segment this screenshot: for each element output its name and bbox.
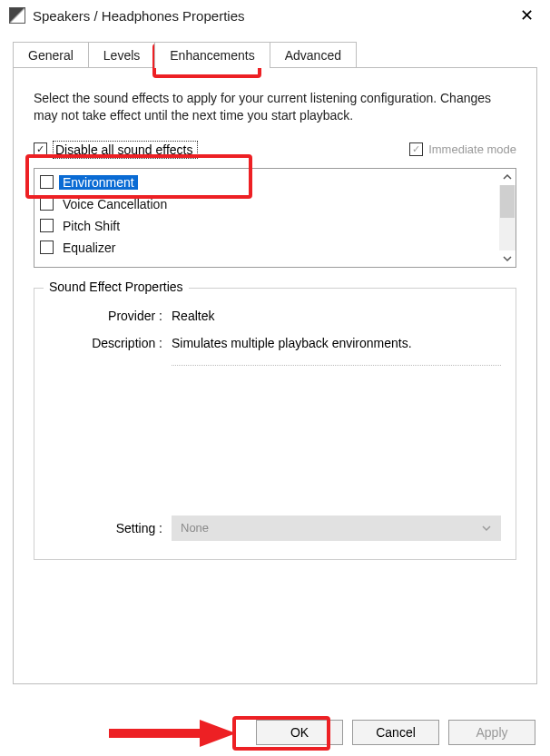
window-title: Speakers / Headphones Properties — [33, 8, 244, 24]
effect-checkbox[interactable] — [40, 219, 54, 232]
scrollbar[interactable] — [499, 169, 516, 267]
effect-label: Environment — [59, 175, 138, 190]
fieldset-legend: Sound Effect Properties — [44, 280, 189, 294]
scroll-down-icon[interactable] — [499, 250, 516, 267]
app-icon — [9, 7, 25, 24]
svg-marker-1 — [200, 720, 236, 747]
effect-checkbox[interactable] — [40, 241, 54, 254]
sound-effect-properties-group: Sound Effect Properties Provider : Realt… — [34, 288, 516, 560]
instructions-text: Select the sound effects to apply for yo… — [34, 90, 516, 124]
tab-general[interactable]: General — [13, 42, 89, 68]
effect-checkbox[interactable] — [40, 197, 54, 211]
immediate-mode-row: Immediate mode — [409, 142, 516, 156]
list-item[interactable]: Pitch Shift — [40, 216, 516, 236]
list-item[interactable]: Voice Cancellation — [40, 194, 516, 214]
description-label: Description : — [49, 336, 172, 350]
apply-button: Apply — [448, 720, 535, 745]
disable-all-label: Disable all sound effects — [53, 141, 198, 159]
immediate-mode-label: Immediate mode — [428, 142, 516, 156]
cancel-button[interactable]: Cancel — [352, 720, 439, 745]
effect-label: Pitch Shift — [59, 219, 123, 233]
effect-label: Equalizer — [59, 241, 119, 255]
description-value: Simulates multiple playback environments… — [172, 336, 501, 366]
list-item[interactable]: Environment — [40, 172, 516, 192]
disable-all-checkbox[interactable] — [34, 142, 47, 156]
setting-label: Setting : — [49, 521, 172, 535]
effects-listbox[interactable]: Environment Voice Cancellation Pitch Shi… — [34, 168, 516, 268]
immediate-mode-checkbox — [409, 142, 423, 156]
ok-button[interactable]: OK — [256, 720, 343, 745]
annotation-arrow-icon — [109, 720, 236, 747]
scroll-up-icon[interactable] — [499, 169, 516, 185]
close-icon[interactable]: ✕ — [513, 5, 541, 25]
tab-advanced[interactable]: Advanced — [270, 42, 357, 68]
tab-enhancements[interactable]: Enhancements — [154, 42, 270, 68]
scroll-thumb[interactable] — [500, 185, 515, 218]
chevron-down-icon — [481, 523, 492, 536]
scroll-track[interactable] — [499, 185, 516, 250]
provider-label: Provider : — [49, 309, 172, 323]
setting-value: None — [181, 521, 209, 535]
tab-levels[interactable]: Levels — [88, 42, 155, 68]
provider-value: Realtek — [172, 309, 501, 323]
effect-label: Voice Cancellation — [59, 197, 171, 211]
list-item[interactable]: Equalizer — [40, 238, 516, 258]
effect-checkbox[interactable] — [40, 175, 54, 189]
setting-select: None — [172, 515, 501, 541]
